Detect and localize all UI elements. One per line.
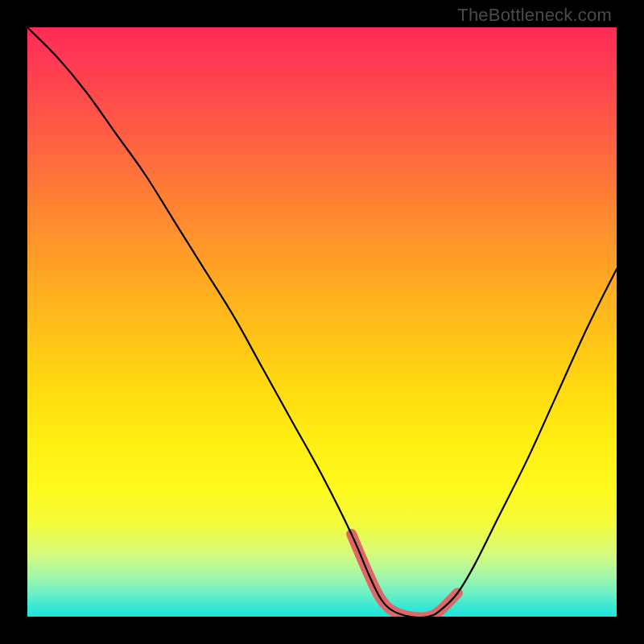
bottleneck-chart — [27, 27, 617, 617]
valley-highlight-stroke — [352, 535, 458, 617]
watermark-text: TheBottleneck.com — [457, 5, 612, 26]
bottleneck-curve-line — [27, 27, 617, 617]
plot-area — [27, 27, 617, 617]
chart-frame: TheBottleneck.com — [0, 0, 644, 644]
